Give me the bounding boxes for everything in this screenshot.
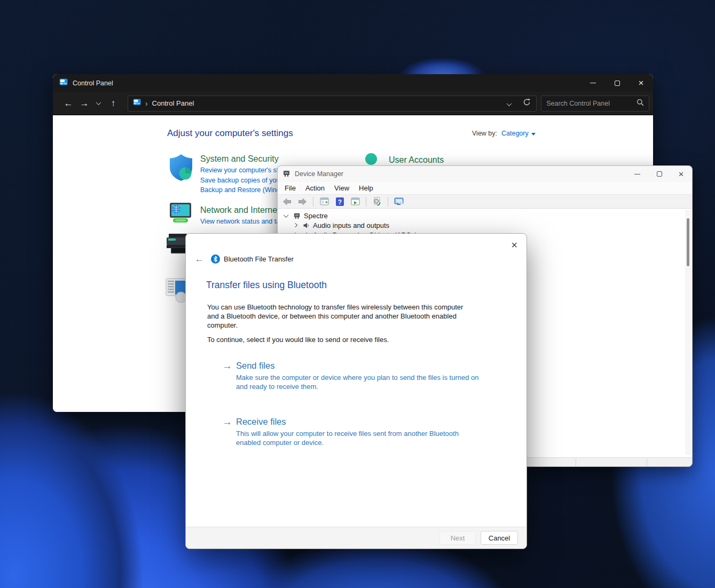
toolbar-back-icon[interactable] — [280, 196, 293, 208]
desktop-wallpaper: Control Panel Control Panel — [0, 0, 715, 588]
svg-text:?: ? — [337, 198, 341, 205]
system-security-icon[interactable] — [169, 154, 193, 195]
link-backup-and-restore[interactable]: Backup and Restore (Windo — [200, 185, 284, 195]
bluetooth-file-transfer-dialog: Bluetooth File Transfer Transfer files u… — [185, 233, 527, 549]
network-internet-icon[interactable] — [168, 202, 193, 227]
cancel-button[interactable]: Cancel — [481, 531, 518, 545]
maximize-button[interactable] — [648, 166, 670, 182]
toolbar-console-tree-icon[interactable] — [318, 196, 331, 208]
wizard-heading: Transfer files using Bluetooth — [206, 280, 327, 291]
search-input[interactable] — [546, 100, 637, 107]
breadcrumb-separator-icon — [145, 99, 148, 108]
menu-action[interactable]: Action — [301, 184, 329, 192]
close-icon — [679, 170, 684, 179]
location-icon — [133, 98, 141, 108]
toolbar-separator — [313, 197, 313, 206]
tree-row-root[interactable]: Spectre — [278, 211, 328, 220]
dropdown-triangle-icon — [531, 133, 536, 136]
computer-icon — [293, 212, 301, 219]
device-manager-toolbar: ? — [278, 194, 692, 209]
speaker-icon — [303, 222, 310, 229]
breadcrumb[interactable]: Control Panel — [152, 99, 194, 107]
back-button[interactable] — [60, 98, 76, 109]
close-button[interactable] — [506, 237, 522, 253]
receive-files-command-link[interactable]: Receive files This will allow your compu… — [222, 417, 476, 447]
statusbar-separator — [647, 459, 647, 466]
maximize-button[interactable] — [605, 74, 629, 92]
send-files-label[interactable]: Send files — [236, 361, 274, 371]
device-manager-titlebar[interactable]: Device Manager — [278, 166, 692, 182]
control-panel-titlebar[interactable]: Control Panel — [53, 74, 653, 92]
send-files-command-link[interactable]: Send files Make sure the computer or dev… — [222, 361, 482, 391]
address-bar[interactable]: Control Panel — [128, 96, 537, 112]
window-title: Control Panel — [73, 80, 113, 87]
expand-chevron-icon[interactable] — [293, 223, 297, 227]
link-save-backup-copies[interactable]: Save backup copies of your — [200, 176, 284, 186]
chevron-down-icon — [507, 101, 512, 106]
maximize-icon — [615, 81, 620, 86]
category-network-and-internet[interactable]: Network and Interne — [200, 205, 283, 215]
minimize-button[interactable] — [626, 166, 648, 182]
view-by-value: Category — [501, 130, 529, 137]
toolbar-properties-icon[interactable] — [349, 196, 362, 208]
up-button[interactable] — [105, 98, 121, 109]
chevron-down-icon — [96, 100, 101, 105]
toolbar-separator — [366, 197, 366, 206]
close-button[interactable] — [670, 166, 692, 182]
maximize-icon — [657, 171, 662, 177]
right-arrow-icon — [222, 361, 232, 371]
vertical-scrollbar[interactable] — [685, 210, 691, 455]
minimize-button[interactable] — [581, 74, 605, 92]
right-arrow-icon — [222, 417, 232, 427]
close-button[interactable] — [629, 74, 653, 92]
receive-files-label[interactable]: Receive files — [236, 417, 286, 427]
search-box[interactable] — [541, 96, 649, 112]
toolbar-computer-search-icon[interactable] — [392, 196, 405, 208]
bluetooth-icon — [211, 255, 220, 264]
window-title: Device Manager — [295, 170, 343, 178]
prompt-text: To continue, select if you would like to… — [207, 335, 474, 344]
control-panel-navbar: Control Panel — [53, 92, 653, 115]
toolbar-help-icon[interactable]: ? — [333, 196, 346, 208]
scrollbar-thumb[interactable] — [687, 218, 689, 266]
forward-button[interactable] — [76, 98, 92, 109]
toolbar-separator — [388, 197, 388, 206]
collapse-chevron-icon[interactable] — [284, 212, 289, 218]
menu-help[interactable]: Help — [354, 184, 378, 192]
intro-text: You can use Bluetooth technology to tran… — [207, 303, 474, 330]
dialog-footer: Next Cancel — [186, 527, 527, 549]
menu-view[interactable]: View — [329, 184, 354, 192]
view-by-dropdown[interactable]: Category — [501, 130, 536, 137]
statusbar-separator — [576, 459, 576, 466]
category-user-accounts[interactable]: User Accounts — [389, 155, 444, 165]
control-panel-app-icon — [59, 78, 68, 89]
minimize-icon — [634, 174, 640, 174]
menu-file[interactable]: File — [280, 184, 301, 192]
category-system-and-security[interactable]: System and Security — [200, 154, 284, 164]
tree-node-label[interactable]: Spectre — [304, 212, 328, 220]
recent-pages-chevron[interactable] — [92, 101, 105, 105]
tree-node-label[interactable]: Audio inputs and outputs — [313, 221, 389, 229]
toolbar-forward-icon[interactable] — [296, 196, 309, 208]
link-review-computer-status[interactable]: Review your computer's sta — [200, 165, 284, 176]
page-title: Adjust your computer's settings — [167, 128, 293, 139]
address-dropdown-chevron[interactable] — [507, 99, 511, 108]
device-manager-menubar: File Action View Help — [278, 182, 692, 194]
toolbar-scan-hardware-icon[interactable] — [371, 196, 383, 208]
close-icon — [639, 78, 644, 88]
refresh-icon[interactable] — [523, 98, 531, 108]
search-icon[interactable] — [637, 99, 644, 108]
next-button[interactable]: Next — [439, 531, 476, 545]
dialog-title: Bluetooth File Transfer — [224, 255, 294, 263]
view-by-label: View by: — [472, 130, 497, 137]
tree-row-audio-inputs[interactable]: Audio inputs and outputs — [278, 220, 389, 230]
link-view-network-status[interactable]: View network status and tas — [200, 217, 283, 227]
send-files-description: Make sure the computer or device where y… — [236, 373, 482, 391]
receive-files-description: This will allow your computer to receive… — [236, 429, 476, 447]
device-manager-app-icon — [282, 169, 290, 179]
minimize-icon — [590, 83, 596, 83]
back-button[interactable] — [191, 253, 207, 265]
